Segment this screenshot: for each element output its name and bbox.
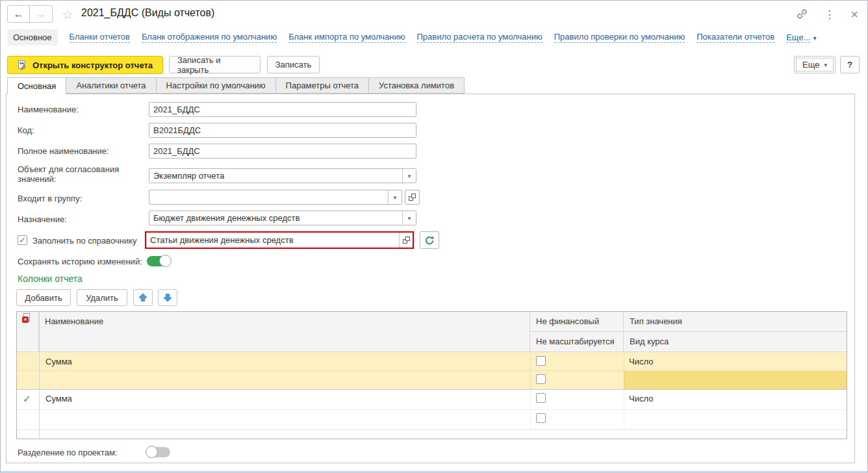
row-name[interactable]: Сумма <box>45 357 72 366</box>
column-header-value-type[interactable]: Тип значения <box>624 312 847 332</box>
add-button[interactable]: Добавить <box>16 289 71 306</box>
used-check-icon: ✓ <box>23 393 31 405</box>
group-picker-button[interactable] <box>405 190 420 205</box>
save-history-toggle[interactable] <box>147 256 170 266</box>
fill-by-catalog-checkbox[interactable]: ✓ <box>18 235 27 245</box>
tab-report-params[interactable]: Параметры отчета <box>276 77 369 94</box>
history-buttons: ← → <box>7 5 53 23</box>
save-history-label: Сохранять историю изменений: <box>18 257 142 266</box>
forward-button[interactable]: → <box>30 5 53 23</box>
full-name-label: Полное наименование: <box>18 146 109 156</box>
nav-item-import-form[interactable]: Бланк импорта по умолчанию <box>288 32 405 43</box>
not-scaled-checkbox[interactable] <box>536 374 546 384</box>
nav-item-calc-rule[interactable]: Правило расчета по умолчанию <box>417 32 542 43</box>
tab-strip: Основная Аналитики отчета Настройки по у… <box>7 77 465 94</box>
active-cell[interactable] <box>624 370 847 389</box>
app-window: ← → ☆ 2021_БДДС (Виды отчетов) ⋮ × Основ… <box>0 0 868 473</box>
not-financial-checkbox[interactable] <box>536 356 546 366</box>
chevron-down-icon[interactable]: ▾ <box>388 190 402 204</box>
tab-analytics[interactable]: Аналитики отчета <box>66 77 156 94</box>
move-down-button[interactable] <box>158 289 177 306</box>
more-button[interactable]: Еще ▾ <box>794 56 836 73</box>
check-icon: ✓ <box>19 236 26 244</box>
nav-item-main[interactable]: Основное <box>7 29 58 45</box>
group-select[interactable]: ▾ <box>149 190 402 205</box>
more-label: Еще <box>802 60 819 70</box>
name-input[interactable] <box>149 102 416 117</box>
toggle-knob <box>159 255 172 267</box>
nav-item-check-rule[interactable]: Правило проверки по умолчанию <box>554 32 685 43</box>
marker-column-header[interactable]: × <box>17 312 39 352</box>
purpose-label: Назначение: <box>18 214 67 224</box>
nav-more-label: Еще... <box>786 32 810 43</box>
column-header-not-financial[interactable]: Не финансовый <box>530 312 624 332</box>
not-financial-checkbox[interactable] <box>536 393 546 403</box>
chevron-down-icon: ▾ <box>813 34 816 42</box>
group-label: Входит в группу: <box>18 194 82 203</box>
nav-bar: Основное Бланки отчетов Бланк отображени… <box>7 28 816 46</box>
help-button[interactable]: ? <box>840 56 860 73</box>
forward-icon: → <box>36 8 46 20</box>
open-form-icon <box>409 194 416 201</box>
nav-more[interactable]: Еще...▾ <box>786 32 816 42</box>
open-form-icon <box>403 236 410 244</box>
column-header-not-scaled[interactable]: Не масштабируется <box>530 332 624 352</box>
nav-item-report-forms[interactable]: Бланки отчетов <box>70 32 130 43</box>
not-scaled-checkbox[interactable] <box>536 413 546 423</box>
catalog-picker-button[interactable] <box>399 233 413 248</box>
refresh-icon <box>424 235 435 246</box>
back-icon: ← <box>14 8 24 20</box>
column-header-rate-kind[interactable]: Вид курса <box>624 332 847 352</box>
toggle-knob <box>146 446 158 458</box>
fill-by-catalog-label: Заполнить по справочнику <box>32 236 137 246</box>
favorite-star-icon[interactable]: ☆ <box>62 6 73 22</box>
close-icon[interactable]: × <box>850 7 858 22</box>
refresh-button[interactable] <box>420 231 439 249</box>
chevron-down-icon[interactable]: ▾ <box>402 211 416 225</box>
row-name[interactable]: Сумма <box>45 394 72 403</box>
arrow-up-icon <box>138 293 147 302</box>
arrow-down-icon <box>163 293 172 302</box>
code-label: Код: <box>18 125 34 135</box>
tab-limits[interactable]: Установка лимитов <box>369 77 465 94</box>
purpose-select[interactable]: Бюджет движения денежных средств ▾ <box>149 211 416 225</box>
approval-object-select[interactable]: Экземпляр отчета ▾ <box>149 168 416 183</box>
tab-main[interactable]: Основная <box>7 77 66 94</box>
modified-marker-icon: × <box>22 313 30 323</box>
delete-button[interactable]: Удалить <box>77 289 127 306</box>
row-value-type[interactable]: Число <box>629 357 653 366</box>
project-split-label: Разделение по проектам: <box>18 448 118 457</box>
open-constructor-label: Открыть конструктор отчета <box>32 60 153 70</box>
constructor-icon <box>18 60 27 70</box>
nav-item-report-indicators[interactable]: Показатели отчетов <box>696 32 774 43</box>
row-value-type[interactable]: Число <box>629 394 653 403</box>
title-bar: ← → ☆ 2021_БДДС (Виды отчетов) ⋮ × <box>1 1 867 27</box>
project-split-toggle[interactable] <box>147 447 170 457</box>
menu-dots-icon[interactable]: ⋮ <box>824 8 835 21</box>
approval-object-label: Объект для согласования значений: <box>18 164 121 184</box>
catalog-field-value: Статьи движения денежных средств <box>146 233 399 248</box>
chevron-down-icon: ▾ <box>824 62 827 68</box>
nav-item-display-form[interactable]: Бланк отображения по умолчанию <box>142 32 277 43</box>
command-bar: Открыть конструктор отчета Записать и за… <box>1 55 867 75</box>
save-and-close-button[interactable]: Записать и закрыть <box>169 56 261 73</box>
back-button[interactable]: ← <box>7 5 30 23</box>
column-header-name[interactable]: Наименование <box>39 312 530 352</box>
approval-object-value: Экземпляр отчета <box>149 169 402 183</box>
tab-default-settings[interactable]: Настройки по умолчанию <box>157 77 276 94</box>
columns-table: × Наименование Не финансовый Не масштаби… <box>16 311 847 439</box>
open-constructor-button[interactable]: Открыть конструктор отчета <box>7 56 163 74</box>
purpose-value: Бюджет движения денежных средств <box>149 211 402 225</box>
move-up-button[interactable] <box>133 289 153 306</box>
catalog-field[interactable]: Статьи движения денежных средств <box>145 231 414 249</box>
save-button[interactable]: Записать <box>267 56 320 73</box>
link-icon[interactable] <box>796 8 808 22</box>
chevron-down-icon[interactable]: ▾ <box>402 169 416 183</box>
full-name-input[interactable] <box>149 144 416 159</box>
columns-section-title: Колонки отчета <box>18 274 83 284</box>
page-title: 2021_БДДС (Виды отчетов) <box>81 7 214 19</box>
name-label: Наименование: <box>18 105 79 114</box>
group-value <box>149 190 388 204</box>
code-input[interactable] <box>149 123 416 138</box>
